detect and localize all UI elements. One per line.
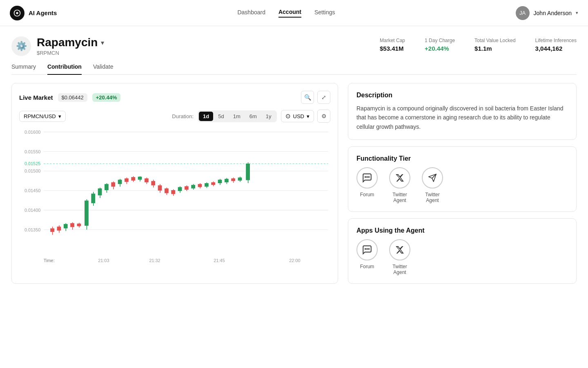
currency-chevron-icon: ▾ [307,113,310,119]
chart-header-left: Live Market $0.06442 +20.44% [19,93,120,102]
svg-rect-44 [145,178,149,182]
tier-twitter-item-1: TwitterAgent [389,167,410,203]
functionality-tier-card: Functionality Tier Forum [348,146,577,212]
twitter-icon-1 [389,167,410,188]
svg-rect-62 [205,183,209,187]
zoom-icon[interactable]: 🔍 [301,91,314,104]
stat-value-tvl: $1.1m [474,45,516,52]
stat-day-charge: 1 Day Charge +20.44% [425,38,455,52]
tab-contribution[interactable]: Contribution [47,59,82,75]
svg-rect-38 [125,178,129,182]
svg-text:21:32: 21:32 [149,258,160,263]
agent-ticker: $RPMCN [37,50,104,56]
send-icon [422,167,443,188]
chevron-down-icon[interactable]: ▾ [576,10,578,16]
svg-rect-64 [211,182,215,185]
svg-text:0.01350: 0.01350 [24,227,40,232]
stat-market-cap: Market Cap $53.41M [380,38,405,52]
currency-select[interactable]: ⊙ USD ▾ [281,110,314,122]
svg-rect-70 [231,178,235,181]
stat-value-day-charge: +20.44% [425,45,455,52]
svg-rect-52 [171,190,175,194]
agent-header: ⚙️ Rapamycin ▾ $RPMCN Market Cap $53.41M… [11,36,577,56]
page-body: ⚙️ Rapamycin ▾ $RPMCN Market Cap $53.41M… [0,26,588,294]
main-content: Live Market $0.06442 +20.44% 🔍 ⤢ RPMCN/U… [11,83,577,284]
svg-text:21:45: 21:45 [214,258,225,263]
pair-select[interactable]: RPMCN/USD ▾ [19,111,66,122]
svg-rect-74 [246,164,250,180]
app-forum-label: Forum [360,264,374,269]
functionality-tier-title: Functionality Tier [356,155,568,162]
description-card: Description Rapamycin is a compound orig… [348,83,577,140]
tier-icons: Forum TwitterAgent [356,167,568,203]
duration-group: 1d 5d 1m 6m 1y [198,110,277,122]
nav-account[interactable]: Account [278,9,301,18]
nav-settings[interactable]: Settings [314,9,335,17]
navbar-center: Dashboard Account Settings [237,9,335,18]
forum-label: Forum [360,192,374,197]
currency-label: USD [293,113,304,119]
svg-rect-56 [185,186,189,190]
agent-left: ⚙️ Rapamycin ▾ $RPMCN [11,36,104,56]
tier-forum-item: Forum [356,167,378,203]
svg-rect-58 [191,185,195,188]
stat-label-market-cap: Market Cap [380,38,405,43]
svg-rect-40 [131,177,135,181]
svg-rect-16 [50,229,54,232]
svg-text:0.01525: 0.01525 [24,162,40,166]
svg-rect-28 [91,194,95,203]
chart-settings-icon[interactable]: ⚙ [317,110,330,123]
dur-1m[interactable]: 1m [229,112,245,121]
svg-rect-42 [138,177,142,180]
expand-icon[interactable]: ⤢ [317,91,330,104]
navbar-right: JA John Anderson ▾ [516,6,578,20]
agent-icon: ⚙️ [11,36,31,56]
svg-rect-36 [118,180,122,184]
svg-rect-26 [85,201,89,226]
stat-inferences: Lifetime Inferences 3,044,162 [535,38,577,52]
svg-point-81 [367,177,368,177]
chart-area: 0.01600 0.01550 0.01525 0.01500 0.01450 … [19,128,330,267]
svg-rect-48 [158,185,162,191]
tab-summary[interactable]: Summary [11,59,36,75]
svg-rect-54 [178,187,182,191]
dur-1d[interactable]: 1d [199,112,213,121]
avatar: JA [516,6,530,20]
agent-dropdown-icon[interactable]: ▾ [101,39,104,47]
app-forum-item: Forum [356,239,378,275]
dur-6m[interactable]: 6m [245,112,261,121]
app-brand: AI Agents [29,9,57,16]
app-twitter-icon [389,239,410,260]
svg-text:22:00: 22:00 [289,258,300,263]
chart-controls: RPMCN/USD ▾ Duration: 1d 5d 1m 6m 1y ⊙ [19,110,330,123]
tier-send-item: TwitterAgent [422,167,443,203]
svg-rect-34 [111,182,115,187]
navbar-left: AI Agents [10,6,57,20]
svg-text:21:03: 21:03 [98,258,109,263]
svg-rect-20 [64,224,68,229]
pair-label: RPMCN/USD [24,113,56,119]
svg-rect-22 [70,223,74,227]
svg-rect-46 [151,181,155,186]
chart-icons: 🔍 ⤢ [301,91,330,104]
svg-point-86 [367,249,368,249]
twitter-label-1: TwitterAgent [392,192,407,203]
dur-5d[interactable]: 5d [214,112,228,121]
dur-1y[interactable]: 1y [262,112,276,121]
chart-panel: Live Market $0.06442 +20.44% 🔍 ⤢ RPMCN/U… [11,83,338,284]
agent-name-area: Rapamycin ▾ $RPMCN [37,36,104,56]
stat-tvl: Total Value Locked $1.1m [474,38,516,52]
controls-right: ⊙ USD ▾ ⚙ [281,110,330,123]
app-logo[interactable] [10,6,24,20]
change-badge: +20.44% [92,93,121,102]
svg-point-87 [368,249,369,249]
svg-text:Time:: Time: [44,258,55,263]
nav-dashboard[interactable]: Dashboard [237,9,265,17]
agent-stats: Market Cap $53.41M 1 Day Charge +20.44% … [380,38,577,52]
apps-title: Apps Using the Agent [356,227,568,234]
svg-rect-60 [198,184,202,187]
tab-validate[interactable]: Validate [93,59,114,75]
pair-chevron-icon: ▾ [58,113,61,119]
apps-card: Apps Using the Agent Forum [348,218,577,284]
app-forum-icon [356,239,378,260]
